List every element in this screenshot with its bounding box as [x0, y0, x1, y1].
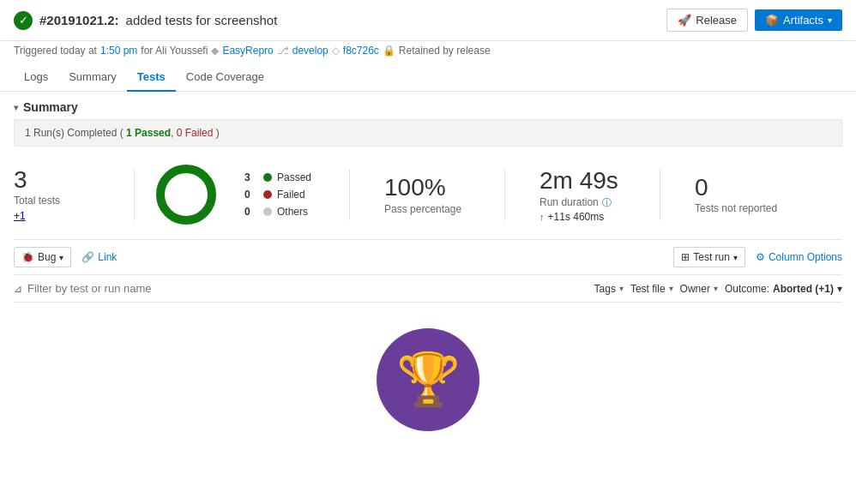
total-tests-label: Total tests [14, 195, 99, 207]
tab-logs[interactable]: Logs [14, 63, 58, 92]
tab-tests[interactable]: Tests [127, 63, 176, 92]
summary-section-label: Summary [23, 100, 78, 114]
run-duration-label: Run duration [540, 196, 599, 208]
tags-filter[interactable]: Tags ▾ [594, 283, 624, 295]
repo-link[interactable]: EasyRepro [222, 45, 273, 57]
toolbar-right: ⊞ Test run ▾ ⚙ Column Options [673, 247, 842, 267]
outcome-label: Outcome: [725, 283, 769, 295]
legend-others-count: 0 [244, 206, 256, 218]
status-bar: 1 Run(s) Completed ( 1 Passed, 0 Failed … [14, 119, 842, 147]
trigger-time-link[interactable]: 1:50 pm [100, 45, 137, 57]
delta-up-icon: ↑ [540, 212, 545, 222]
test-run-button[interactable]: ⊞ Test run ▾ [673, 247, 745, 267]
test-run-icon: ⊞ [681, 251, 690, 263]
test-file-filter[interactable]: Test file ▾ [630, 283, 673, 295]
bug-icon: 🐞 [21, 251, 34, 263]
divider-1 [134, 169, 135, 220]
outcome-chevron-icon: ▾ [837, 283, 842, 295]
filter-input[interactable] [27, 282, 594, 295]
legend-passed-label: Passed [277, 171, 311, 183]
pass-percentage-block: 100% Pass percentage [384, 174, 487, 215]
filter-icon: ⊿ [14, 283, 22, 295]
filter-row: ⊿ Tags ▾ Test file ▾ Owner ▾ Outcome: Ab… [14, 275, 842, 303]
link-icon: 🔗 [81, 251, 94, 263]
owner-chevron-icon: ▾ [714, 284, 718, 293]
release-button[interactable]: 🚀 Release [666, 9, 748, 32]
tags-label: Tags [594, 283, 616, 295]
tab-code-coverage[interactable]: Code Coverage [176, 63, 274, 92]
subheader: Triggered today at 1:50 pm for Ali Youss… [0, 41, 856, 63]
column-options-icon: ⚙ [756, 251, 765, 263]
legend-failed-count: 0 [244, 189, 256, 201]
test-file-chevron-icon: ▾ [669, 284, 673, 293]
link-button[interactable]: 🔗 Link [81, 248, 117, 267]
test-run-label: Test run [693, 251, 730, 263]
legend-others-label: Others [277, 206, 308, 218]
svg-point-1 [160, 169, 212, 220]
failed-dot [263, 190, 272, 199]
info-icon[interactable]: ⓘ [602, 196, 612, 209]
page-header: ✓ #20191021.2: added tests for screensho… [0, 0, 856, 41]
artifact-icon: 📦 [765, 14, 779, 27]
outcome-filter[interactable]: Outcome: Aborted (+1) ▾ [725, 283, 842, 295]
owner-filter[interactable]: Owner ▾ [680, 283, 718, 295]
trigger-text: Triggered today at [14, 45, 97, 57]
tests-not-reported-value: 0 [695, 175, 781, 201]
build-id: #20191021.2: [39, 13, 119, 27]
release-button-label: Release [696, 14, 737, 27]
tags-chevron-icon: ▾ [619, 284, 624, 293]
nav-tabs: Logs Summary Tests Code Coverage [0, 63, 856, 92]
failed-count: 0 Failed [177, 127, 214, 139]
sep3: ◇ [332, 45, 340, 57]
pass-percentage-value: 100% [384, 174, 470, 201]
total-tests-number: 3 [14, 167, 99, 194]
passed-dot [263, 173, 272, 182]
tests-not-reported-label: Tests not reported [695, 202, 781, 214]
branch-link[interactable]: develop [292, 45, 329, 57]
plus-one-link[interactable]: +1 [14, 210, 26, 222]
toolbar-left: 🐞 Bug ▾ 🔗 Link [14, 247, 117, 267]
retained-text: Retained by release [399, 45, 491, 57]
summary-section: ▾ Summary 1 Run(s) Completed ( 1 Passed,… [0, 92, 856, 303]
bug-chevron-icon: ▾ [59, 253, 63, 262]
legend-passed: 3 Passed [244, 171, 311, 183]
commit-link[interactable]: f8c726c [343, 45, 379, 57]
bug-button[interactable]: 🐞 Bug ▾ [14, 247, 71, 267]
run-duration-value: 2m 49s [540, 167, 625, 195]
column-options-button[interactable]: ⚙ Column Options [756, 248, 842, 267]
chart-block: 3 Passed 0 Failed 0 Others [152, 160, 311, 229]
header-actions: 🚀 Release 📦 Artifacts ▾ [666, 9, 842, 32]
column-options-label: Column Options [769, 251, 842, 263]
test-file-label: Test file [630, 283, 666, 295]
filter-left: ⊿ [14, 282, 594, 295]
trophy-icon: 🏆 [396, 354, 461, 405]
chevron-down-icon: ▾ [828, 15, 832, 25]
tests-not-reported-block: 0 Tests not reported [695, 175, 798, 215]
legend-failed: 0 Failed [244, 189, 311, 201]
stats-row: 3 Total tests +1 3 Passed [14, 147, 842, 236]
run-duration-block: 2m 49s Run duration ⓘ ↑ +11s 460ms [540, 167, 642, 223]
owner-label: Owner [680, 283, 710, 295]
total-tests-block: 3 Total tests +1 [14, 167, 117, 223]
legend-failed-label: Failed [277, 189, 305, 201]
legend-passed-count: 3 [244, 171, 256, 183]
build-description: added tests for screenshot [126, 13, 278, 27]
collapse-icon: ▾ [14, 103, 18, 112]
header-title-area: ✓ #20191021.2: added tests for screensho… [14, 11, 666, 30]
passed-count: 1 Passed [126, 127, 171, 139]
chart-legend: 3 Passed 0 Failed 0 Others [244, 171, 311, 218]
toolbar-row: 🐞 Bug ▾ 🔗 Link ⊞ Test run ▾ ⚙ Column Opt… [14, 239, 842, 275]
artifacts-button-label: Artifacts [783, 14, 823, 27]
delta-row: ↑ +11s 460ms [540, 211, 625, 223]
success-icon: ✓ [14, 11, 33, 30]
summary-collapse-toggle[interactable]: ▾ Summary [14, 92, 842, 119]
divider-3 [504, 169, 505, 220]
outcome-value: Aborted (+1) [773, 283, 834, 295]
bug-button-label: Bug [38, 251, 56, 263]
artifacts-button[interactable]: 📦 Artifacts ▾ [755, 9, 842, 31]
filter-right: Tags ▾ Test file ▾ Owner ▾ Outcome: Abor… [594, 283, 842, 295]
legend-others: 0 Others [244, 206, 311, 218]
tab-summary[interactable]: Summary [58, 63, 127, 92]
divider-2 [349, 169, 350, 220]
trigger-by: for Ali Youssefi [141, 45, 208, 57]
